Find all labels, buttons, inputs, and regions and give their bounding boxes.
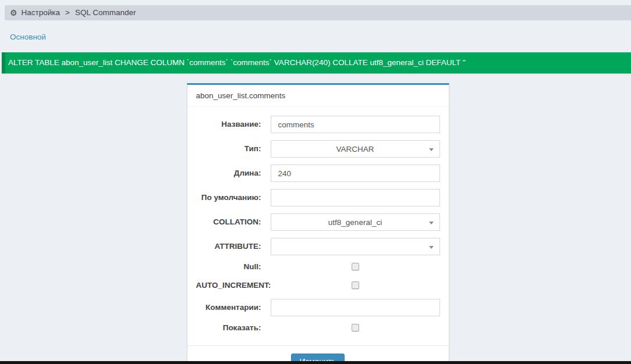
comments-input[interactable] bbox=[271, 299, 440, 316]
form-row-show: Показать: bbox=[196, 323, 440, 333]
form-row-null: Null: bbox=[196, 262, 440, 272]
name-input[interactable] bbox=[271, 116, 440, 133]
sql-statement-text: ALTER TABLE abon_user_list CHANGE COLUMN… bbox=[8, 58, 466, 67]
form-row-comments: Комментарии: bbox=[196, 299, 440, 316]
page: ⚙ Настройка > SQL Commander Основной ALT… bbox=[0, 0, 631, 364]
panel-body: Название: Тип: VARCHAR Длина: bbox=[187, 107, 449, 345]
length-input[interactable] bbox=[271, 165, 440, 182]
attribute-select[interactable] bbox=[271, 238, 440, 255]
form-row-default: По умолчанию: bbox=[196, 189, 440, 206]
column-edit-panel: abon_user_list.comments Название: Тип: V… bbox=[187, 83, 449, 364]
breadcrumb-section[interactable]: Настройка bbox=[22, 8, 60, 17]
bottom-edge-bar bbox=[0, 361, 631, 364]
form-row-name: Название: bbox=[196, 116, 440, 133]
form-row-length: Длина: bbox=[196, 165, 440, 182]
chevron-down-icon bbox=[429, 222, 434, 224]
collation-select[interactable]: utf8_general_ci bbox=[271, 213, 440, 231]
form-row-type: Тип: VARCHAR bbox=[196, 140, 440, 158]
form-row-collation: COLLATION: utf8_general_ci bbox=[196, 213, 440, 231]
default-input[interactable] bbox=[271, 189, 440, 206]
show-checkbox[interactable] bbox=[352, 324, 359, 331]
show-label: Показать: bbox=[196, 323, 261, 333]
type-label: Тип: bbox=[196, 144, 261, 154]
type-select-value: VARCHAR bbox=[336, 145, 374, 154]
chevron-down-icon bbox=[429, 148, 434, 151]
breadcrumb: ⚙ Настройка > SQL Commander bbox=[5, 5, 631, 20]
chevron-down-icon bbox=[429, 246, 434, 249]
comments-label: Комментарии: bbox=[196, 303, 261, 312]
tab-main[interactable]: Основной bbox=[10, 33, 46, 41]
type-select[interactable]: VARCHAR bbox=[271, 140, 440, 158]
form-row-auto-increment: AUTO_INCREMENT: bbox=[196, 281, 440, 290]
name-label: Название: bbox=[196, 120, 261, 129]
breadcrumb-separator: > bbox=[65, 8, 70, 17]
default-label: По умолчанию: bbox=[196, 193, 261, 202]
gear-icon: ⚙ bbox=[10, 9, 17, 17]
attribute-label: ATTRIBUTE: bbox=[196, 242, 261, 251]
auto-increment-checkbox[interactable] bbox=[352, 281, 359, 289]
breadcrumb-page: SQL Commander bbox=[75, 8, 136, 17]
length-label: Длина: bbox=[196, 169, 261, 178]
null-label: Null: bbox=[196, 262, 261, 272]
form-row-attribute: ATTRIBUTE: bbox=[196, 238, 440, 255]
sql-statement-banner: ALTER TABLE abon_user_list CHANGE COLUMN… bbox=[2, 52, 631, 73]
collation-label: COLLATION: bbox=[196, 217, 261, 227]
auto-increment-label: AUTO_INCREMENT: bbox=[196, 281, 261, 290]
panel-title: abon_user_list.comments bbox=[187, 85, 449, 107]
null-checkbox[interactable] bbox=[352, 263, 359, 270]
collation-select-value: utf8_general_ci bbox=[328, 218, 382, 227]
